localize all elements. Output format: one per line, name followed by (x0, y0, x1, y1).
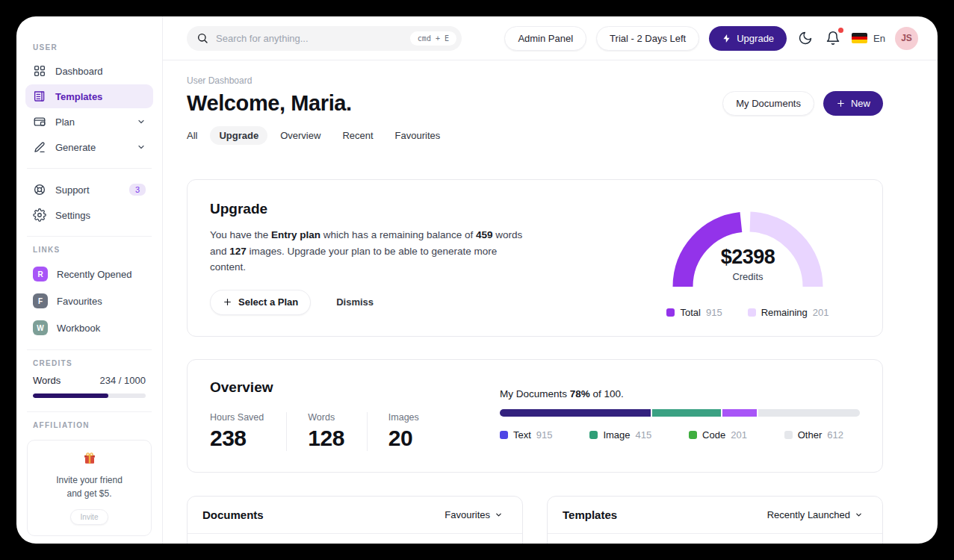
sidebar-item-support[interactable]: Support 3 (25, 178, 153, 202)
user-avatar[interactable]: JS (895, 27, 918, 50)
affiliation-card: Invite your friend and get $5. Invite (27, 440, 152, 536)
templates-card-header: Templates Recently Launched (548, 497, 882, 534)
templates-card-title: Templates (563, 508, 617, 521)
sidebar-link-recently-opened[interactable]: R Recently Opened (25, 261, 153, 287)
sidebar-item-label: Templates (55, 91, 102, 102)
upgrade-card: Upgrade You have the Entry plan which ha… (187, 179, 883, 337)
documents-filter-dropdown[interactable]: Favourites (440, 508, 507, 521)
legend-item-code: Code 201 (689, 429, 747, 441)
filter-tabs: All Upgrade Overview Recent Favourites (178, 126, 883, 145)
upgrade-button[interactable]: Upgrade (709, 26, 787, 51)
templates-filter-dropdown[interactable]: Recently Launched (763, 508, 867, 521)
moon-icon (798, 31, 813, 46)
notifications-button[interactable] (824, 29, 842, 47)
tab-overview[interactable]: Overview (271, 126, 329, 145)
language-label[interactable]: En (873, 33, 885, 44)
page-title: Welcome, Maria. (187, 91, 352, 116)
search-bar[interactable]: cmd + E (187, 26, 462, 51)
sidebar-item-label: Support (55, 184, 90, 196)
stats-row: Hours Saved 238 Words 128 Images 20 (210, 412, 500, 451)
app-window: USER Dashboard Templates Plan (16, 16, 938, 544)
sidebar-item-plan[interactable]: Plan (25, 110, 153, 134)
gauge-legend: Total 915 Remaining 201 (658, 307, 837, 318)
tab-favourites[interactable]: Favourites (386, 126, 450, 145)
plus-icon (836, 99, 846, 108)
words-progress-fill (33, 393, 108, 398)
select-plan-button[interactable]: Select a Plan (210, 290, 311, 315)
upgrade-card-body: Upgrade You have the Entry plan which ha… (210, 201, 533, 315)
sidebar-item-generate[interactable]: Generate (25, 135, 153, 159)
overview-stats: Overview Hours Saved 238 Words 128 Image… (210, 379, 500, 451)
new-button[interactable]: New (823, 91, 883, 116)
affiliation-text: Invite your friend and get $5. (34, 473, 145, 500)
upgrade-card-actions: Select a Plan Dismiss (210, 290, 533, 315)
overview-card: Overview Hours Saved 238 Words 128 Image… (187, 359, 883, 473)
progress-segment-text (500, 409, 651, 417)
dismiss-button[interactable]: Dismiss (332, 296, 378, 308)
search-input[interactable] (214, 32, 404, 45)
german-flag-icon[interactable] (852, 33, 867, 43)
sidebar-item-label: Plan (55, 116, 75, 128)
documents-progress-legend: Text 915 Image 415 Code 201 (500, 429, 843, 441)
tab-recent[interactable]: Recent (333, 126, 382, 145)
chevron-down-icon (495, 511, 503, 519)
sidebar-item-settings[interactable]: Settings (25, 203, 153, 227)
legend-item-text: Text 915 (500, 429, 553, 441)
plus-icon (223, 297, 232, 307)
stat-images: Images 20 (367, 412, 442, 451)
bottom-cards: Documents Favourites Untitled Document i… (187, 496, 883, 544)
my-documents-button[interactable]: My Documents (722, 91, 814, 116)
legend-swatch (748, 308, 756, 317)
credits-amount: $2398 (662, 246, 834, 269)
sidebar-item-templates[interactable]: Templates (25, 84, 153, 108)
progress-segment-other (758, 409, 860, 417)
lightning-icon (722, 34, 731, 43)
search-icon (196, 32, 208, 44)
sidebar: USER Dashboard Templates Plan (16, 16, 163, 544)
sidebar-link-favourites[interactable]: F Favourites (25, 288, 153, 314)
grid-icon (33, 64, 46, 78)
credits-label: Words (33, 375, 61, 386)
divider (27, 411, 152, 412)
documents-card-title: Documents (202, 508, 264, 521)
sidebar-item-label: Settings (55, 210, 90, 221)
sidebar-item-dashboard[interactable]: Dashboard (25, 59, 153, 83)
legend-swatch (666, 308, 675, 317)
sidebar-section-user: USER (33, 43, 146, 52)
templates-card: Templates Recently Launched Blog Post Ti… (547, 496, 883, 544)
documents-progress-text: My Documents 78% of 100. (500, 388, 860, 399)
trial-button[interactable]: Trial - 2 Days Left (596, 26, 699, 51)
template-list-item[interactable]: Blog Post Title in Workbook (548, 534, 882, 544)
sidebar-link-workbook[interactable]: W Workbook (25, 315, 153, 340)
support-count-badge: 3 (129, 184, 146, 196)
legend-item-image: Image 415 (589, 429, 651, 441)
wallet-icon (33, 115, 46, 128)
chevron-down-icon (137, 117, 146, 126)
chevron-down-icon (855, 511, 863, 519)
document-list-item[interactable]: Untitled Document in Workbook (188, 534, 522, 544)
progress-segment-image (652, 409, 721, 417)
legend-swatch (589, 431, 598, 439)
sidebar-section-links: LINKS (33, 246, 146, 254)
divider (27, 168, 152, 169)
header-actions: My Documents New (722, 91, 883, 116)
credits-gauge-chart: $2398 Credits (662, 201, 834, 298)
dark-mode-toggle[interactable] (796, 29, 814, 47)
invite-button[interactable]: Invite (70, 509, 109, 525)
legend-swatch (689, 431, 697, 439)
sidebar-section-credits: CREDITS (33, 359, 146, 367)
letter-badge: R (33, 267, 48, 281)
sidebar-link-label: Workbook (57, 323, 100, 334)
tab-all[interactable]: All (178, 126, 206, 145)
credits-usage: Words 234 / 1000 (33, 375, 146, 386)
admin-panel-button[interactable]: Admin Panel (504, 26, 586, 51)
main-area: cmd + E Admin Panel Trial - 2 Days Left … (163, 16, 938, 544)
page-header: Welcome, Maria. My Documents New (187, 91, 883, 116)
topbar-actions: Admin Panel Trial - 2 Days Left Upgrade (504, 26, 918, 51)
bell-icon (826, 31, 840, 46)
words-progress-bar (33, 393, 146, 398)
templates-icon (33, 90, 46, 103)
documents-progress-bar (500, 409, 860, 417)
tab-upgrade[interactable]: Upgrade (210, 126, 267, 145)
gear-icon (33, 208, 46, 222)
